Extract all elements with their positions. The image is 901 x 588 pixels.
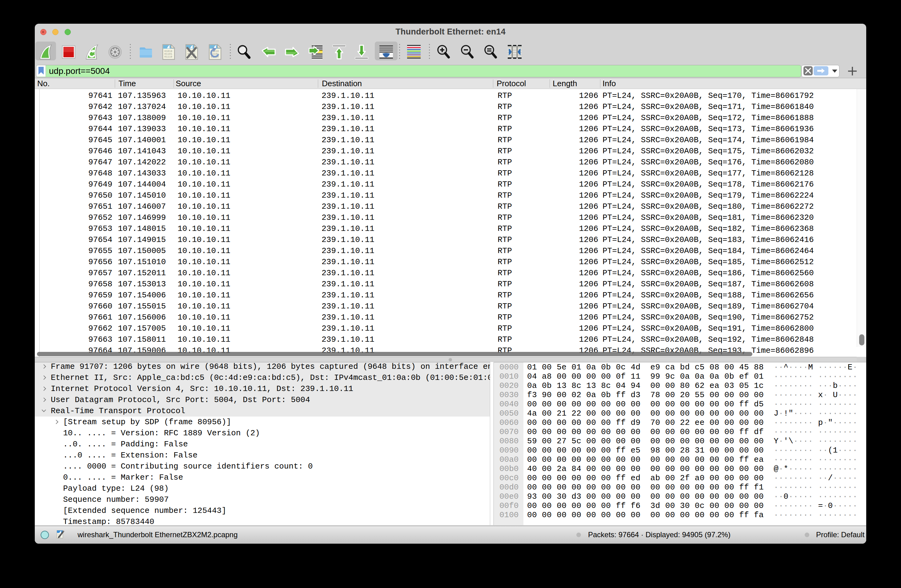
svg-text:01110: 01110 bbox=[164, 55, 172, 58]
